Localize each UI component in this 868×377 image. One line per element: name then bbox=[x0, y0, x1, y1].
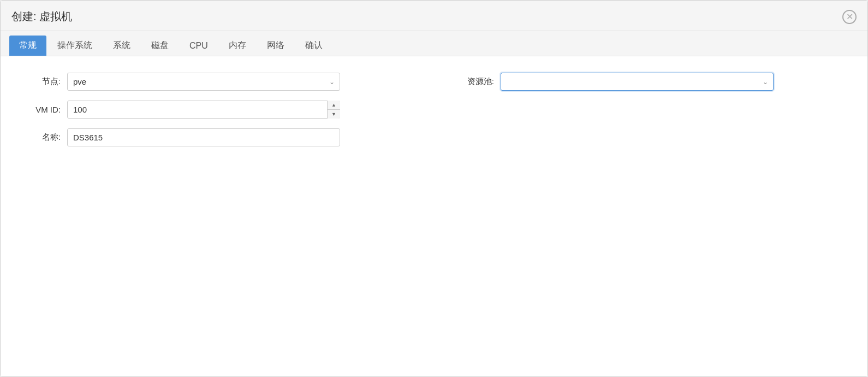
name-input[interactable] bbox=[67, 128, 340, 146]
vmid-input[interactable] bbox=[67, 101, 340, 119]
node-control: pve ⌄ bbox=[67, 73, 340, 91]
tab-memory[interactable]: 内存 bbox=[219, 36, 256, 56]
node-label: 节点: bbox=[17, 76, 61, 87]
pool-select[interactable] bbox=[501, 73, 774, 91]
vmid-control: ▲ ▼ bbox=[67, 101, 340, 119]
pool-select-wrapper: ⌄ bbox=[501, 73, 774, 91]
name-control bbox=[67, 128, 340, 146]
tab-general[interactable]: 常规 bbox=[9, 36, 46, 56]
pool-row: 资源池: ⌄ bbox=[450, 73, 851, 91]
form-grid: 节点: pve ⌄ VM ID: bbox=[17, 73, 851, 146]
vmid-row: VM ID: ▲ ▼ bbox=[17, 101, 418, 119]
node-row: 节点: pve ⌄ bbox=[17, 73, 418, 91]
tab-bar: 常规 操作系统 系统 磁盘 CPU 内存 网络 确认 bbox=[1, 31, 867, 56]
vmid-spinner-wrapper: ▲ ▼ bbox=[67, 101, 340, 119]
vmid-label: VM ID: bbox=[17, 105, 61, 114]
tab-confirm[interactable]: 确认 bbox=[295, 36, 332, 56]
form-right: 资源池: ⌄ bbox=[450, 73, 851, 146]
form-left: 节点: pve ⌄ VM ID: bbox=[17, 73, 418, 146]
dialog-header: 创建: 虚拟机 ✕ bbox=[1, 1, 867, 31]
tab-os[interactable]: 操作系统 bbox=[47, 36, 102, 56]
tab-disk[interactable]: 磁盘 bbox=[141, 36, 179, 56]
name-label: 名称: bbox=[17, 132, 61, 143]
pool-control: ⌄ bbox=[501, 73, 774, 91]
spinner-up-button[interactable]: ▲ bbox=[328, 101, 340, 110]
spinner-down-button[interactable]: ▼ bbox=[328, 110, 340, 119]
close-button[interactable]: ✕ bbox=[842, 10, 857, 24]
node-select-wrapper: pve ⌄ bbox=[67, 73, 340, 91]
node-select[interactable]: pve bbox=[67, 73, 340, 91]
tab-system[interactable]: 系统 bbox=[103, 36, 140, 56]
dialog-title: 创建: 虚拟机 bbox=[11, 9, 72, 24]
pool-label: 资源池: bbox=[450, 76, 494, 87]
create-vm-dialog: 创建: 虚拟机 ✕ 常规 操作系统 系统 磁盘 CPU 内存 网络 确认 节点: bbox=[0, 0, 868, 377]
close-icon: ✕ bbox=[846, 13, 853, 21]
dialog-body: 节点: pve ⌄ VM ID: bbox=[1, 56, 867, 376]
name-row: 名称: bbox=[17, 128, 418, 146]
tab-network[interactable]: 网络 bbox=[257, 36, 294, 56]
spinner-arrows: ▲ ▼ bbox=[327, 101, 340, 119]
tab-cpu[interactable]: CPU bbox=[180, 37, 218, 55]
